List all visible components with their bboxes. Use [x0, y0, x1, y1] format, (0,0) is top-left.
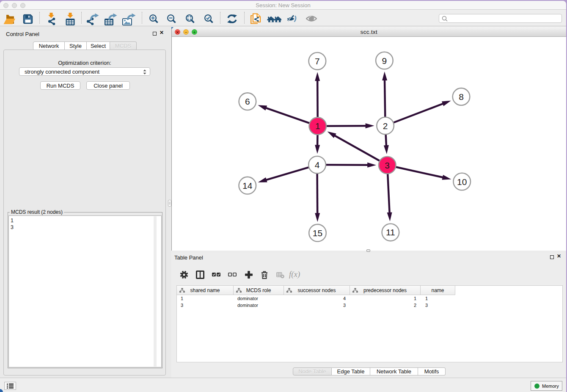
- svg-text:3: 3: [385, 160, 390, 170]
- svg-text:6: 6: [245, 97, 250, 106]
- svg-text:10: 10: [457, 177, 467, 187]
- svg-text:2: 2: [383, 121, 388, 131]
- svg-text:8: 8: [459, 92, 464, 102]
- svg-text:1: 1: [315, 121, 320, 131]
- svg-text:9: 9: [382, 56, 387, 66]
- svg-text:15: 15: [313, 228, 322, 238]
- svg-text:14: 14: [242, 181, 253, 190]
- svg-text:7: 7: [315, 56, 320, 66]
- svg-text:4: 4: [315, 160, 320, 170]
- svg-text:11: 11: [386, 227, 395, 237]
